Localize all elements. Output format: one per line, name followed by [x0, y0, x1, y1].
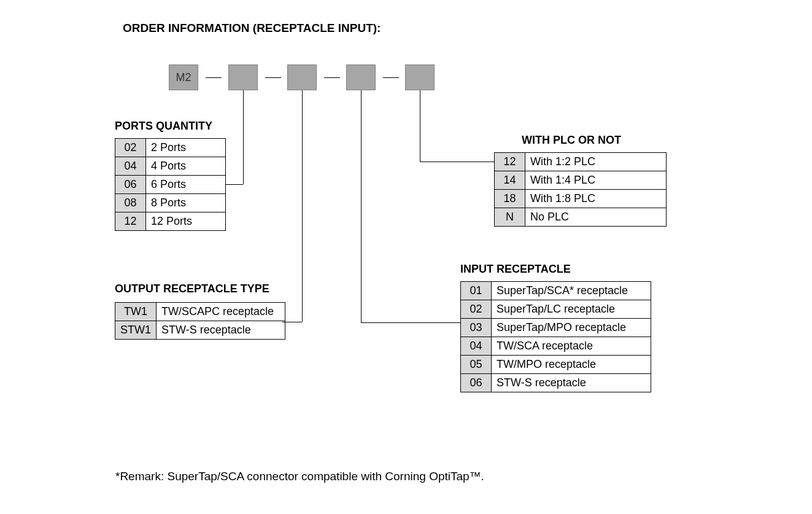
code-cell: N	[495, 208, 525, 227]
desc-cell: 12 Ports	[146, 212, 226, 231]
dash-icon	[206, 77, 222, 78]
code-box-output	[287, 64, 317, 90]
code-box-plc	[405, 64, 435, 90]
desc-cell: TW/MPO receptacle	[492, 356, 651, 374]
table-row: 066 Ports	[115, 176, 226, 194]
code-cell: 02	[461, 300, 492, 319]
table-row: 12With 1:2 PLC	[495, 153, 667, 171]
table-row: 04TW/SCA receptacle	[461, 337, 651, 356]
table-row: 02SuperTap/LC receptacle	[461, 300, 651, 319]
code-box-prefix: M2	[169, 64, 198, 90]
code-cell: 05	[461, 356, 492, 374]
code-box-ports	[228, 64, 258, 90]
remark-text: *Remark: SuperTap/SCA connector compatib…	[115, 470, 484, 483]
connector-line	[361, 322, 460, 323]
code-cell: 06	[461, 374, 492, 392]
code-cell: 06	[115, 176, 146, 194]
desc-cell: With 1:4 PLC	[525, 171, 667, 190]
page-title: ORDER INFORMATION (RECEPTACLE INPUT):	[123, 21, 381, 35]
output-table: TW1TW/SCAPC receptacle STW1STW-S recepta…	[115, 302, 285, 340]
input-section-title: INPUT RECEPTACLE	[460, 263, 571, 276]
connector-line	[302, 90, 303, 322]
output-section-title: OUTPUT RECEPTACLE TYPE	[115, 282, 269, 295]
code-cell: 14	[495, 171, 525, 190]
code-cell: 03	[461, 319, 492, 337]
code-cell: STW1	[115, 321, 157, 340]
desc-cell: TW/SCAPC receptacle	[157, 303, 285, 321]
code-cell: 02	[115, 139, 146, 157]
table-row: 01SuperTap/SCA* receptacle	[461, 282, 651, 300]
desc-cell: With 1:2 PLC	[525, 153, 667, 171]
connector-line	[243, 90, 244, 184]
dash-icon	[324, 77, 340, 78]
code-cell: 08	[115, 194, 146, 212]
connector-line	[361, 90, 362, 322]
code-cell: 04	[115, 157, 146, 176]
table-row: 044 Ports	[115, 157, 226, 176]
table-row: 05TW/MPO receptacle	[461, 356, 651, 374]
ports-section-title: PORTS QUANTITY	[115, 120, 212, 133]
desc-cell: 6 Ports	[146, 176, 226, 194]
desc-cell: 2 Ports	[146, 139, 226, 157]
connector-line	[420, 90, 420, 162]
desc-cell: 4 Ports	[146, 157, 226, 176]
desc-cell: SuperTap/MPO receptacle	[492, 319, 651, 337]
dash-icon	[383, 77, 399, 78]
plc-section-title: WITH PLC OR NOT	[522, 134, 621, 147]
connector-line	[420, 162, 494, 162]
code-cell: 12	[495, 153, 525, 171]
ports-table: 022 Ports 044 Ports 066 Ports 088 Ports …	[115, 138, 226, 231]
table-row: 1212 Ports	[115, 212, 226, 231]
table-row: 14With 1:4 PLC	[495, 171, 667, 190]
input-table: 01SuperTap/SCA* receptacle 02SuperTap/LC…	[460, 281, 651, 392]
connector-line	[226, 184, 243, 185]
desc-cell: SuperTap/LC receptacle	[492, 300, 651, 319]
connector-line	[282, 322, 302, 322]
code-cell: 04	[461, 337, 492, 356]
desc-cell: SuperTap/SCA* receptacle	[492, 282, 651, 300]
desc-cell: With 1:8 PLC	[525, 190, 667, 208]
desc-cell: STW-S receptacle	[157, 321, 285, 340]
table-row: 03SuperTap/MPO receptacle	[461, 319, 651, 337]
dash-icon	[265, 77, 281, 78]
desc-cell: STW-S receptacle	[492, 374, 651, 392]
table-row: 022 Ports	[115, 139, 226, 157]
plc-table: 12With 1:2 PLC 14With 1:4 PLC 18With 1:8…	[494, 152, 667, 227]
table-row: 06STW-S receptacle	[461, 374, 651, 392]
code-cell: 01	[461, 282, 492, 300]
code-cell: TW1	[115, 303, 157, 321]
table-row: NNo PLC	[495, 208, 667, 227]
desc-cell: TW/SCA receptacle	[492, 337, 651, 356]
table-row: 088 Ports	[115, 194, 226, 212]
table-row: TW1TW/SCAPC receptacle	[115, 303, 285, 321]
table-row: STW1STW-S receptacle	[115, 321, 285, 340]
desc-cell: No PLC	[525, 208, 667, 227]
desc-cell: 8 Ports	[146, 194, 226, 212]
table-row: 18With 1:8 PLC	[495, 190, 667, 208]
code-cell: 18	[495, 190, 525, 208]
code-box-input	[346, 64, 376, 90]
code-cell: 12	[115, 212, 146, 231]
